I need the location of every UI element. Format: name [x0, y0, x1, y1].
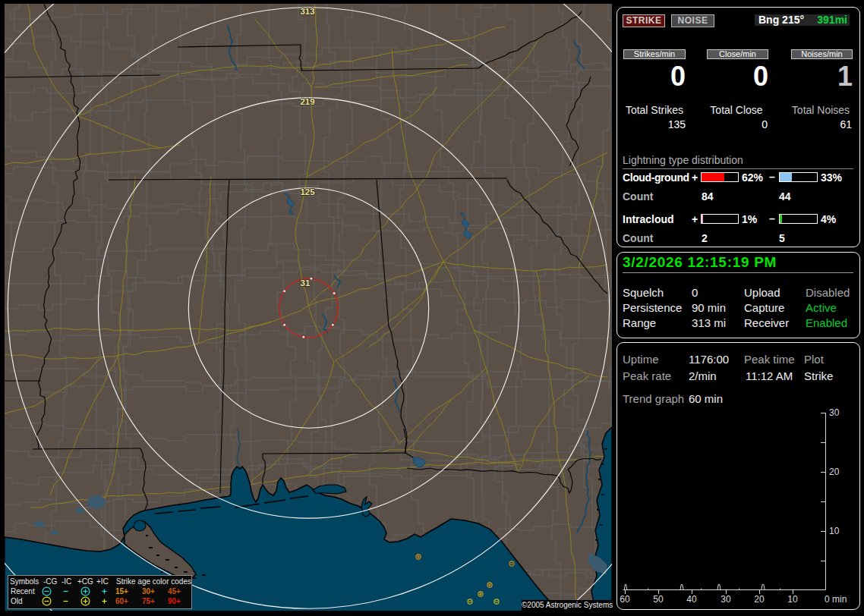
- svg-text:10: 10: [787, 594, 798, 605]
- svg-text:60: 60: [620, 594, 630, 605]
- svg-text:20: 20: [754, 594, 765, 605]
- svg-text:313: 313: [300, 7, 314, 16]
- svg-text:10: 10: [829, 526, 840, 536]
- svg-text:50: 50: [653, 594, 664, 605]
- svg-text:40: 40: [686, 594, 697, 605]
- svg-text:125: 125: [300, 187, 315, 196]
- svg-text:20: 20: [829, 467, 840, 477]
- svg-text:30: 30: [721, 594, 731, 605]
- svg-text:0 min: 0 min: [825, 594, 847, 605]
- svg-text:31: 31: [301, 278, 311, 288]
- svg-text:30: 30: [829, 407, 840, 418]
- svg-text:219: 219: [300, 97, 314, 106]
